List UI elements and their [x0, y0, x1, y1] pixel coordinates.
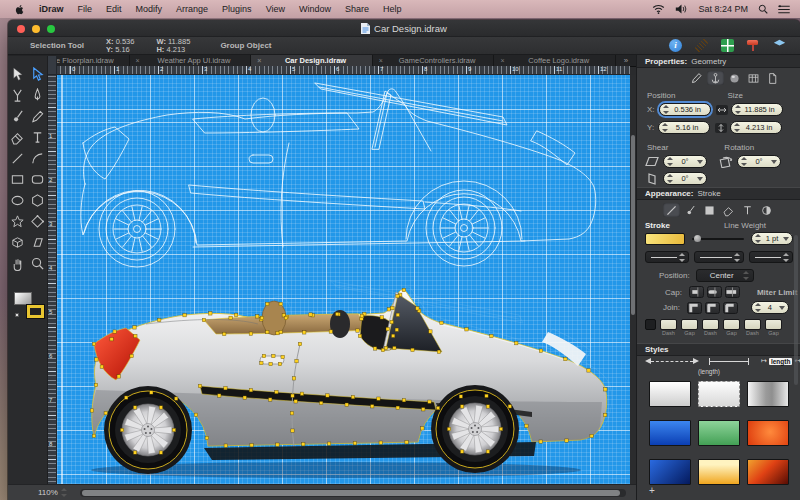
- dash-style-combo-1[interactable]: [645, 251, 689, 263]
- style-swatch-white-dashed[interactable]: [698, 381, 740, 407]
- tool-direct-selection[interactable]: [28, 64, 48, 85]
- menu-item-window[interactable]: Window: [292, 4, 338, 14]
- appearance-tab-text[interactable]: [739, 203, 756, 217]
- zoom-stepper[interactable]: [61, 488, 67, 497]
- tool-eraser[interactable]: [8, 127, 28, 148]
- tab-overflow-button[interactable]: »: [616, 55, 636, 66]
- notification-center-icon[interactable]: [778, 5, 790, 14]
- canvas-artwork[interactable]: [57, 75, 630, 484]
- canvas-horizontal-scrollbar[interactable]: [80, 489, 626, 497]
- style-swatch-gray-vertical[interactable]: [747, 381, 789, 407]
- menu-item-view[interactable]: View: [259, 4, 292, 14]
- cap-round-button[interactable]: [707, 286, 722, 298]
- tool-text[interactable]: [28, 127, 48, 148]
- wifi-icon[interactable]: [652, 4, 665, 14]
- tool-tweak[interactable]: [8, 85, 28, 106]
- geometry-tab-sphere[interactable]: [726, 71, 743, 85]
- menu-item-help[interactable]: Help: [376, 4, 409, 14]
- geometry-tab-document[interactable]: [764, 71, 781, 85]
- ruler-toggle-button[interactable]: [695, 39, 709, 53]
- cap-butt-button[interactable]: [689, 286, 704, 298]
- colored-car[interactable]: [90, 288, 607, 478]
- dash-style-combo-2[interactable]: [694, 251, 744, 263]
- grid-toggle-button[interactable]: [721, 39, 734, 52]
- styles-roller-button[interactable]: [747, 39, 760, 52]
- menu-item-share[interactable]: Share: [338, 4, 376, 14]
- tab-close-icon[interactable]: ×: [500, 57, 504, 64]
- stroke-color-swatch[interactable]: [27, 305, 44, 318]
- miter-limit-field[interactable]: 4: [751, 301, 789, 314]
- info-button[interactable]: i: [669, 39, 682, 52]
- gap-field[interactable]: [765, 319, 782, 330]
- dash-field[interactable]: [702, 319, 719, 330]
- style-swatch-navy-gradient[interactable]: [649, 459, 691, 485]
- layers-button[interactable]: [773, 39, 786, 52]
- tab-close-icon[interactable]: ×: [379, 57, 383, 64]
- stroke-position-dropdown[interactable]: Center: [696, 269, 754, 282]
- tab-weather-app-ui-idraw[interactable]: ×Weather App UI.idraw: [130, 55, 252, 66]
- tool-pen[interactable]: [28, 85, 48, 106]
- style-swatch-green-gradient[interactable]: [698, 420, 740, 446]
- menu-item-plugins[interactable]: Plugins: [215, 4, 259, 14]
- tool-rounded-rectangle[interactable]: [28, 169, 48, 190]
- menu-item-edit[interactable]: Edit: [99, 4, 129, 14]
- tool-freeform[interactable]: [28, 211, 48, 232]
- tool-zoom[interactable]: [28, 253, 48, 274]
- arrow-line-style[interactable]: [651, 361, 693, 362]
- geometry-tab-table[interactable]: [745, 71, 762, 85]
- style-swatch-white-gradient[interactable]: [649, 381, 691, 407]
- tool-pencil[interactable]: [28, 106, 48, 127]
- rotation-field[interactable]: 0°: [737, 155, 781, 168]
- dash-field[interactable]: [660, 319, 677, 330]
- length-line-style[interactable]: [709, 361, 749, 362]
- default-colors-icon[interactable]: [15, 313, 19, 317]
- tab-coffee-logo-idraw[interactable]: ×Coffee Logo.idraw: [494, 55, 616, 66]
- spotlight-icon[interactable]: [758, 4, 768, 14]
- menu-item-modify[interactable]: Modify: [129, 4, 170, 14]
- cap-square-button[interactable]: [725, 286, 740, 298]
- appearance-tab-shadow[interactable]: [758, 203, 775, 217]
- tool-polygon[interactable]: [28, 190, 48, 211]
- wireframe-car[interactable]: [81, 83, 596, 267]
- appearance-tab-stroke[interactable]: [663, 203, 680, 217]
- style-swatch-ember-gradient[interactable]: [747, 459, 789, 485]
- tool-selection[interactable]: [8, 64, 28, 85]
- menu-item-arrange[interactable]: Arrange: [169, 4, 215, 14]
- tool-arc[interactable]: [28, 148, 48, 169]
- gap-field[interactable]: [681, 319, 698, 330]
- join-round-button[interactable]: [705, 302, 720, 314]
- zoom-control[interactable]: 110%: [38, 488, 67, 497]
- tab-close-icon[interactable]: ×: [136, 57, 140, 64]
- zoom-window-button[interactable]: [47, 25, 55, 33]
- shear-h-field[interactable]: 0°: [663, 155, 707, 168]
- tool-parallelogram[interactable]: [28, 232, 48, 253]
- tab-car-design-idraw[interactable]: ×Car Design.idraw: [251, 55, 373, 66]
- dash-field[interactable]: [744, 319, 761, 330]
- apple-menu[interactable]: [8, 4, 32, 15]
- traffic-lights[interactable]: [17, 25, 55, 33]
- tool-ellipse[interactable]: [8, 190, 28, 211]
- geometry-tab-anchor[interactable]: [707, 71, 724, 85]
- dash-pattern-toggle[interactable]: [645, 319, 656, 330]
- tab-close-icon[interactable]: ×: [257, 57, 261, 64]
- title-bar[interactable]: Car Design.idraw: [8, 20, 800, 37]
- add-style-button[interactable]: +: [649, 485, 655, 496]
- shear-v-field[interactable]: 0°: [663, 172, 707, 185]
- join-miter-button[interactable]: [687, 302, 702, 314]
- tab-gamecontrollers-idraw[interactable]: ×GameControllers.idraw: [373, 55, 495, 66]
- tool-hand[interactable]: [8, 253, 28, 274]
- line-weight-field[interactable]: 1 pt: [751, 232, 793, 245]
- join-bevel-button[interactable]: [723, 302, 738, 314]
- width-field[interactable]: 11.885 in: [731, 103, 783, 116]
- gap-field[interactable]: [723, 319, 740, 330]
- dash-style-combo-3[interactable]: [749, 251, 793, 263]
- tool-rectangle[interactable]: [8, 169, 28, 190]
- tool-line[interactable]: [8, 148, 28, 169]
- style-swatch-orange-red-glow[interactable]: [747, 420, 789, 446]
- fill-color-swatch[interactable]: [14, 292, 32, 305]
- minimize-window-button[interactable]: [32, 25, 40, 33]
- appearance-tab-brush[interactable]: [682, 203, 699, 217]
- appearance-tab-eraser[interactable]: [720, 203, 737, 217]
- stroke-gradient-swatch[interactable]: [645, 233, 685, 245]
- y-position-field[interactable]: 5.16 in: [658, 121, 710, 134]
